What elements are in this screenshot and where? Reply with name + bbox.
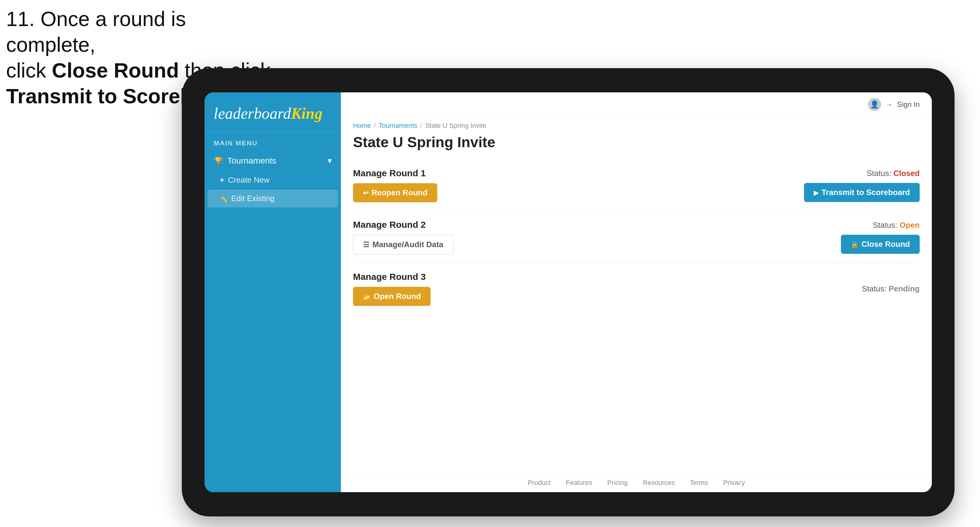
logo: leaderboardKing bbox=[214, 105, 332, 122]
main-content: Sign In Home / Tournaments / State U Spr… bbox=[341, 92, 932, 492]
trophy-icon bbox=[214, 156, 223, 166]
round-3-btn-row: Open Round bbox=[353, 287, 431, 306]
app-footer: Product Features Pricing Resources Terms… bbox=[341, 473, 932, 492]
close-round-button[interactable]: Close Round bbox=[841, 235, 920, 254]
round-1-status-value: Closed bbox=[893, 169, 920, 178]
breadcrumb-current: State U Spring Invite bbox=[425, 122, 486, 130]
instruction-bold1: Close Round bbox=[52, 59, 179, 82]
footer-resources[interactable]: Resources bbox=[643, 479, 675, 487]
create-new-label: Create New bbox=[228, 175, 269, 185]
sidebar-tournaments-nav[interactable]: Tournaments bbox=[205, 150, 341, 171]
reopen-round-label: Reopen Round bbox=[372, 188, 428, 197]
signin-arrow-icon bbox=[885, 100, 893, 109]
sign-in-area[interactable]: Sign In bbox=[868, 98, 920, 111]
manage-audit-button[interactable]: Manage/Audit Data bbox=[353, 235, 453, 254]
breadcrumb: Home / Tournaments / State U Spring Invi… bbox=[341, 117, 932, 131]
footer-terms[interactable]: Terms bbox=[690, 479, 708, 487]
round-1-left: Manage Round 1 Reopen Round bbox=[353, 168, 437, 202]
round-1-row: Manage Round 1 Reopen Round Status: Clos… bbox=[353, 160, 920, 211]
page-title: State U Spring Invite bbox=[341, 131, 932, 160]
round-2-right: Status: Open Close Round bbox=[841, 221, 920, 254]
avatar bbox=[868, 98, 881, 111]
open-icon bbox=[363, 292, 371, 301]
round-2-status: Status: Open bbox=[873, 221, 920, 230]
round-2-status-value: Open bbox=[900, 221, 920, 230]
round-3-left: Manage Round 3 Open Round bbox=[353, 272, 431, 306]
sidebar-create-new[interactable]: Create New bbox=[205, 171, 341, 189]
tournaments-nav-label: Tournaments bbox=[227, 156, 276, 166]
close-round-label: Close Round bbox=[862, 240, 910, 249]
sidebar: leaderboardKing MAIN MENU Tournaments Cr… bbox=[205, 92, 341, 492]
instruction-line2: click bbox=[6, 59, 52, 82]
breadcrumb-sep1: / bbox=[374, 122, 376, 130]
manage-audit-label: Manage/Audit Data bbox=[372, 240, 443, 249]
logo-text-leaderboard: leaderboard bbox=[214, 105, 291, 122]
close-icon bbox=[851, 240, 859, 249]
footer-features[interactable]: Features bbox=[566, 479, 592, 487]
round-2-left: Manage Round 2 Manage/Audit Data bbox=[353, 220, 453, 254]
transmit-icon bbox=[814, 188, 818, 197]
footer-product[interactable]: Product bbox=[528, 479, 550, 487]
round-1-btn-row: Reopen Round bbox=[353, 183, 437, 202]
round-3-status-value: Pending bbox=[888, 284, 920, 293]
round-3-row: Manage Round 3 Open Round Status: Pendin… bbox=[353, 263, 920, 314]
footer-privacy[interactable]: Privacy bbox=[723, 479, 745, 487]
rounds-container: Manage Round 1 Reopen Round Status: Clos… bbox=[341, 160, 932, 473]
round-2-row: Manage Round 2 Manage/Audit Data Status:… bbox=[353, 211, 920, 263]
footer-pricing[interactable]: Pricing bbox=[607, 479, 628, 487]
logo-king: King bbox=[291, 105, 323, 122]
breadcrumb-sep2: / bbox=[420, 122, 422, 130]
open-round-label: Open Round bbox=[374, 292, 421, 301]
sidebar-edit-existing[interactable]: Edit Existing bbox=[208, 190, 338, 208]
tablet-shell: leaderboardKing MAIN MENU Tournaments Cr… bbox=[182, 68, 955, 516]
sign-in-label[interactable]: Sign In bbox=[897, 100, 920, 109]
round-1-title: Manage Round 1 bbox=[353, 168, 437, 178]
app-layout: leaderboardKing MAIN MENU Tournaments Cr… bbox=[205, 92, 932, 492]
round-1-right: Status: Closed Transmit to Scoreboard bbox=[804, 169, 920, 202]
breadcrumb-tournaments[interactable]: Tournaments bbox=[379, 122, 417, 130]
plus-icon bbox=[220, 175, 224, 185]
edit-icon bbox=[220, 194, 228, 203]
topbar: Sign In bbox=[341, 92, 932, 117]
instruction-line1: 11. Once a round is complete, bbox=[6, 7, 186, 56]
audit-icon bbox=[363, 240, 369, 249]
breadcrumb-home[interactable]: Home bbox=[353, 122, 371, 130]
chevron-down-icon bbox=[328, 156, 332, 166]
round-2-btn-row: Manage/Audit Data bbox=[353, 235, 453, 254]
reopen-icon bbox=[363, 188, 369, 197]
round-3-title: Manage Round 3 bbox=[353, 272, 431, 282]
user-icon bbox=[870, 100, 879, 109]
round-1-status: Status: Closed bbox=[867, 169, 920, 178]
tablet-screen: leaderboardKing MAIN MENU Tournaments Cr… bbox=[205, 92, 932, 492]
transmit-to-scoreboard-button[interactable]: Transmit to Scoreboard bbox=[804, 183, 920, 202]
open-round-button[interactable]: Open Round bbox=[353, 287, 431, 306]
round-3-right: Status: Pending bbox=[862, 284, 920, 294]
transmit-label: Transmit to Scoreboard bbox=[821, 188, 910, 197]
reopen-round-button[interactable]: Reopen Round bbox=[353, 183, 437, 202]
sidebar-logo: leaderboardKing bbox=[205, 92, 341, 132]
edit-existing-label: Edit Existing bbox=[231, 194, 275, 203]
round-2-title: Manage Round 2 bbox=[353, 220, 453, 230]
sidebar-menu-label: MAIN MENU bbox=[205, 132, 341, 150]
round-3-status: Status: Pending bbox=[862, 284, 920, 294]
